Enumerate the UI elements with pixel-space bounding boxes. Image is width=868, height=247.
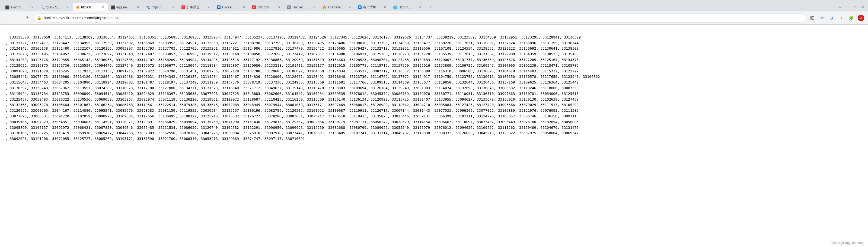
tab-8-close[interactable]: ✕: [277, 5, 281, 9]
tab-4[interactable]: ⬛ eggjs/e... ✕: [108, 3, 143, 11]
tab-6[interactable]: C (1条消息... ✕: [179, 3, 214, 11]
browser-chrome: ⬛ exampl... ✕ 🔍 Quick S... ✕ 🔥 https://.…: [0, 0, 868, 25]
tab-5-label: https://...: [152, 5, 169, 9]
tab-1-close[interactable]: ✕: [30, 5, 34, 9]
address-bar[interactable]: 🔒 hacker-news.firebaseio.com/v0/topstori…: [34, 13, 806, 23]
tab-12-label: HttpCli...: [399, 5, 416, 9]
close-btn[interactable]: ✕: [859, 4, 866, 10]
minimize-btn[interactable]: ─: [844, 4, 850, 10]
tab-9-label: Hacker ...: [293, 5, 311, 9]
tab-4-favicon: ⬛: [111, 5, 115, 9]
toolbar-right: ☆ B ↑ 🧩 J: [808, 13, 865, 22]
sync-icon[interactable]: ↑: [837, 13, 846, 22]
bookmark-icon[interactable]: ☆: [817, 13, 826, 22]
tab-4-close[interactable]: ✕: [136, 5, 140, 9]
translate-icon[interactable]: [808, 13, 816, 22]
address-text: hacker-news.firebaseio.com/v0/topstories…: [44, 16, 803, 20]
tab-8-favicon: C: [252, 5, 256, 9]
tab-9[interactable]: C Hacker ... ✕: [284, 3, 319, 11]
tab-11-label: 各位大框...: [363, 5, 381, 9]
tab-10-close[interactable]: ✕: [347, 5, 352, 9]
window-controls: ⌄ ─ □ ✕: [837, 4, 866, 10]
tab-6-favicon: C: [182, 5, 185, 9]
tab-10-favicon: 🔥: [322, 5, 326, 9]
json-text: [33138570, 33138050, 33134113, 33138302,…: [5, 35, 600, 141]
extensions-icon[interactable]: 🧩: [847, 13, 856, 22]
tab-2-label: Quick S...: [46, 5, 64, 9]
tab-2-favicon: 🔍: [40, 5, 44, 9]
tab-12-favicon: 🌐: [393, 5, 397, 9]
tab-4-label: eggjs/e...: [116, 5, 134, 9]
tab-5-favicon: 🐾: [146, 5, 150, 9]
back-button[interactable]: ←: [3, 13, 11, 22]
tab-10-label: Firebase...: [328, 5, 346, 9]
tab-11[interactable]: 知 各位大框... ✕: [355, 3, 390, 11]
reload-button[interactable]: ↻: [23, 13, 32, 22]
forward-button[interactable]: →: [13, 13, 22, 22]
tab-9-close[interactable]: ✕: [312, 5, 316, 9]
tab-7[interactable]: 知 Hacker ... ✕: [214, 3, 249, 11]
tab-1-label: exampl...: [10, 5, 29, 9]
tab-9-favicon: C: [287, 5, 291, 9]
watermark-text: CSDN@Ding_Jiaolong: [831, 241, 864, 245]
watermark: CSDN@Ding_Jiaolong: [831, 241, 864, 245]
profile-icon[interactable]: B: [827, 13, 836, 22]
tab-5[interactable]: 🐾 https://... ✕: [143, 3, 179, 11]
tab-1[interactable]: ⬛ exampl... ✕: [2, 3, 37, 11]
tab-8-label: pythons: [257, 5, 275, 9]
tab-12[interactable]: 🌐 HttpCli... ✕: [390, 3, 425, 11]
tab-11-favicon: 知: [358, 5, 362, 9]
tab-10[interactable]: 🔥 Firebase... ✕: [319, 3, 355, 11]
tab-7-favicon: 知: [217, 5, 220, 9]
json-content: [33138570, 33138050, 33134113, 33138302,…: [0, 25, 868, 146]
tab-search-btn[interactable]: ⌄: [837, 4, 843, 10]
lock-icon: 🔒: [37, 16, 41, 20]
tab-7-close[interactable]: ✕: [242, 5, 246, 9]
tab-7-label: Hacker ...: [222, 5, 240, 9]
tab-2[interactable]: 🔍 Quick S... ✕: [37, 3, 73, 11]
tab-3-label: https://...: [81, 5, 99, 9]
new-tab-button[interactable]: +: [426, 3, 434, 11]
toolbar: ← → ↻ 🔒 hacker-news.firebaseio.com/v0/to…: [0, 11, 868, 24]
tab-3[interactable]: 🔥 https://... ✕: [73, 3, 108, 11]
tab-3-close[interactable]: ✕: [101, 5, 105, 9]
tab-1-favicon: ⬛: [5, 5, 9, 9]
maximize-btn[interactable]: □: [852, 4, 858, 10]
tab-bar: ⬛ exampl... ✕ 🔍 Quick S... ✕ 🔥 https://.…: [0, 0, 868, 11]
tab-6-label: (1条消息...: [187, 5, 205, 9]
tab-8[interactable]: C pythons ✕: [249, 3, 284, 11]
tab-3-favicon: 🔥: [76, 5, 80, 9]
tab-6-close[interactable]: ✕: [207, 5, 211, 9]
tab-5-close[interactable]: ✕: [171, 5, 176, 9]
tab-11-close[interactable]: ✕: [383, 5, 387, 9]
tab-12-close[interactable]: ✕: [418, 5, 422, 9]
tab-2-close[interactable]: ✕: [65, 5, 70, 9]
avatar-icon[interactable]: J: [857, 13, 865, 22]
